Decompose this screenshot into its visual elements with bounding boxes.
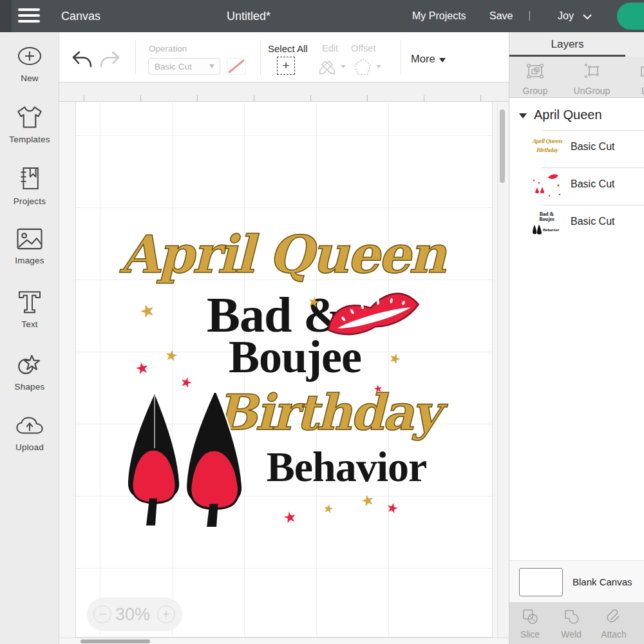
layers-panel: Layers Group UnGroup Du April Queen Apri… <box>509 32 644 644</box>
layer-row-red[interactable]: Basic Cut <box>509 167 644 205</box>
sidebar-item-upload[interactable]: Upload <box>0 415 59 453</box>
caret-down-icon[interactable] <box>519 113 527 118</box>
layers-tabbar: Layers <box>509 32 644 57</box>
duplicate-label: Du <box>624 86 644 96</box>
layer-group-name: April Queen <box>534 108 602 122</box>
star-icon: ★ <box>360 492 377 509</box>
tshirt-icon <box>16 105 43 129</box>
more-button[interactable]: More <box>411 53 446 65</box>
user-menu[interactable]: Joy <box>558 10 574 22</box>
blank-canvas-row: Blank Canvas <box>509 560 644 602</box>
edit-label[interactable]: Edit <box>322 43 338 53</box>
select-all-label[interactable]: Select All <box>268 43 308 54</box>
select-all-icon[interactable]: + <box>277 57 295 75</box>
plus-glyph: + <box>282 59 289 72</box>
save-button[interactable]: Save <box>489 10 513 22</box>
attach-icon <box>605 607 623 625</box>
sidebar-item-shapes[interactable]: Shapes <box>0 352 59 392</box>
group-label: Group <box>512 86 558 96</box>
canvas-label: Canvas <box>61 10 100 23</box>
sidebar-item-images[interactable]: Images <box>0 227 59 266</box>
star-icon: ★ <box>137 301 157 322</box>
more-caret-icon <box>439 58 446 62</box>
artboard[interactable]: April Queen Bad & Boujee Birthday Behavi… <box>75 102 493 638</box>
sidebar-item-new[interactable]: New <box>0 46 59 84</box>
sidebar-item-label: Text <box>21 319 38 329</box>
ungroup-icon <box>582 61 602 81</box>
left-sidebar: New Templates Projects Images Text Shape… <box>0 32 59 644</box>
edit-pencils-icon[interactable] <box>317 57 337 76</box>
layer-row-black[interactable]: Bad & Boujee Behavior Basic Cut <box>509 205 644 242</box>
star-icon: ★ <box>134 359 151 377</box>
sidebar-item-label: Images <box>15 256 44 265</box>
duplicate-icon <box>637 61 644 81</box>
offset-label[interactable]: Offset <box>351 43 375 53</box>
horizontal-scrollbar[interactable] <box>59 638 509 644</box>
star-icon: ★ <box>282 509 298 526</box>
canvas-color-swatch[interactable] <box>519 568 563 596</box>
star-icon: ★ <box>385 500 400 516</box>
color-swatch[interactable] <box>227 58 246 75</box>
tab-layers[interactable]: Layers <box>509 38 625 51</box>
sidebar-item-templates[interactable]: Templates <box>0 105 59 145</box>
plus-oval-icon <box>17 46 43 68</box>
offset-pentagon-icon[interactable] <box>353 57 372 76</box>
diagonal-line-icon <box>227 59 245 74</box>
layer-label: Basic Cut <box>571 216 614 227</box>
zoom-control: − 30% + <box>87 598 182 631</box>
make-it-button[interactable] <box>617 3 644 30</box>
slice-label: Slice <box>511 629 549 639</box>
layer-row-gold[interactable]: April Queen Birthday Basic Cut <box>509 130 644 167</box>
vertical-scrollbar[interactable] <box>497 102 506 644</box>
chevron-down-icon[interactable] <box>583 13 591 21</box>
offset-caret-icon[interactable] <box>376 65 381 68</box>
weld-icon <box>562 607 580 625</box>
undo-icon[interactable] <box>71 49 93 68</box>
dropdown-caret-icon <box>209 64 214 68</box>
star-icon: ★ <box>373 383 383 395</box>
thumb-text: Boujee <box>530 217 564 222</box>
edit-caret-icon[interactable] <box>341 65 346 68</box>
zoom-out-button[interactable]: − <box>93 605 111 623</box>
attach-label: Attach <box>594 629 633 639</box>
star-icon: ★ <box>323 502 335 516</box>
layer-group-row[interactable]: April Queen <box>509 103 644 130</box>
ungroup-button[interactable]: UnGroup <box>569 61 615 96</box>
zoom-in-button[interactable]: + <box>157 605 175 623</box>
design-group-april-queen[interactable]: April Queen Bad & Boujee Birthday Behavi… <box>76 102 493 638</box>
gold-text-thumbnail: April Queen Birthday <box>530 135 564 163</box>
hamburger-menu-icon[interactable] <box>18 8 40 24</box>
top-bar: Canvas Untitled* My Projects Save | Joy <box>0 0 644 32</box>
operation-dropdown[interactable]: Basic Cut <box>148 58 220 75</box>
document-title[interactable]: Untitled* <box>227 10 270 23</box>
sidebar-item-text[interactable]: Text <box>0 290 59 330</box>
layer-label: Basic Cut <box>571 141 614 153</box>
canvas-workspace[interactable]: April Queen Bad & Boujee Birthday Behavi… <box>59 82 509 644</box>
attach-button[interactable]: Attach <box>594 607 633 639</box>
high-heels-icon <box>115 393 277 527</box>
weld-button[interactable]: Weld <box>552 607 591 639</box>
plus-glyph: + <box>162 607 169 621</box>
vertical-scrollbar-thumb[interactable] <box>500 109 505 183</box>
thumb-text: Birthday <box>530 146 564 155</box>
letter-t-icon <box>17 290 43 314</box>
ungroup-label: UnGroup <box>569 86 615 96</box>
edit-toolbar: Operation Basic Cut Select All + Edit Of… <box>59 32 509 82</box>
slice-button[interactable]: Slice <box>511 607 549 639</box>
duplicate-button[interactable]: Du <box>624 61 644 96</box>
blank-canvas-label: Blank Canvas <box>573 576 632 587</box>
horizontal-scrollbar-thumb[interactable] <box>80 639 150 643</box>
thumb-text: Behavior <box>543 228 559 232</box>
minus-glyph: − <box>99 607 106 621</box>
notebook-icon <box>17 166 43 191</box>
sidebar-item-label: Upload <box>15 442 44 452</box>
my-projects-link[interactable]: My Projects <box>412 10 466 22</box>
star-icon: ★ <box>164 347 179 364</box>
toolbar-divider <box>401 40 401 75</box>
sidebar-item-projects[interactable]: Projects <box>0 166 59 207</box>
group-button[interactable]: Group <box>512 61 558 96</box>
sidebar-item-label: Templates <box>9 135 50 144</box>
toolbar-divider <box>135 40 136 75</box>
redo-icon[interactable] <box>99 49 121 68</box>
sidebar-item-label: Projects <box>14 196 46 206</box>
